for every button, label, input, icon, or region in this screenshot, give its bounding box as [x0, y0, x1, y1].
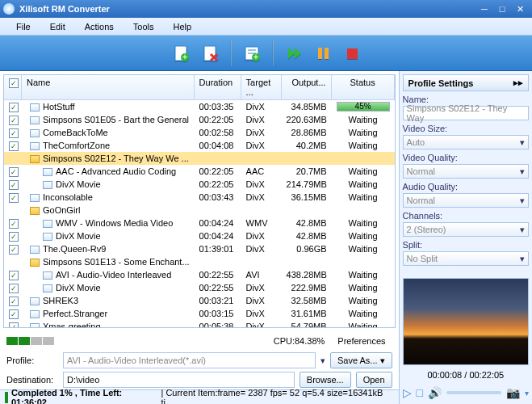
stop-button[interactable] [340, 40, 364, 66]
start-button[interactable] [282, 40, 306, 66]
file-icon [30, 194, 40, 202]
table-row[interactable]: HotStuff00:03:35DivX34.85MB45% [4, 100, 395, 113]
toolbar: + + [0, 36, 532, 71]
row-checkbox[interactable] [9, 180, 19, 190]
row-checkbox[interactable] [9, 193, 19, 203]
close-button[interactable]: ✕ [511, 2, 529, 15]
header-duration[interactable]: Duration [195, 75, 241, 99]
file-icon [30, 310, 40, 318]
table-row[interactable]: Xmas-greeting00:05:38DivX54.79MBWaiting [4, 320, 395, 328]
volume-icon[interactable]: 🔊 [428, 386, 442, 399]
menu-tools[interactable]: Tools [124, 20, 164, 33]
toolbar-separator [272, 40, 274, 66]
menu-actions[interactable]: Actions [75, 20, 124, 33]
cpu-bars [6, 337, 54, 345]
svg-text:+: + [182, 52, 186, 61]
volume-slider[interactable] [446, 391, 501, 394]
svg-rect-10 [325, 48, 329, 59]
row-checkbox[interactable] [9, 141, 19, 151]
status-indicator-icon [5, 392, 8, 403]
destination-input[interactable]: D:\video [63, 372, 295, 388]
table-row[interactable]: AVI - Audio-Video Interleaved00:22:55AVI… [4, 268, 395, 281]
folder-icon [30, 207, 40, 215]
menu-edit[interactable]: Edit [40, 20, 75, 33]
minimize-button[interactable]: ─ [475, 2, 493, 15]
file-icon [30, 129, 40, 137]
menu-help[interactable]: Help [163, 20, 201, 33]
header-name[interactable]: Name [22, 75, 195, 99]
row-checkbox[interactable] [9, 284, 19, 293]
add-profile-button[interactable]: + [240, 40, 264, 66]
video-quality-combo[interactable]: Normal▾ [403, 164, 529, 179]
pause-button[interactable] [311, 40, 335, 66]
row-checkbox[interactable] [9, 232, 19, 242]
table-row[interactable]: Simpsons S01E13 - Some Enchant... [4, 255, 395, 268]
table-row[interactable]: SHREK300:03:21DivX32.58MBWaiting [4, 294, 395, 307]
channels-combo[interactable]: 2 (Stereo)▾ [403, 222, 529, 237]
stop-icon[interactable]: □ [417, 386, 423, 399]
row-checkbox[interactable] [9, 271, 19, 280]
file-list[interactable]: Name Duration Target ... Output... Statu… [3, 74, 396, 328]
table-row[interactable]: TheComfortZone00:04:08DivX40.2MBWaiting [4, 139, 395, 152]
table-row[interactable]: AAC - Advanced Audio Coding00:22:05AAC20… [4, 165, 395, 178]
table-row[interactable]: DivX Movie00:22:55DivX222.9MBWaiting [4, 281, 395, 294]
header-check[interactable] [4, 75, 22, 99]
header-output[interactable]: Output... [282, 75, 332, 99]
file-icon [43, 233, 52, 241]
snapshot-icon[interactable]: 📷 [506, 386, 520, 399]
table-row[interactable]: ComeBackToMe00:02:58DivX28.86MBWaiting [4, 126, 395, 139]
status-detail: | Current Item:frame= 2387 fps= 52 q=5.4… [161, 388, 393, 405]
svg-rect-11 [347, 48, 358, 59]
row-checkbox[interactable] [9, 322, 19, 329]
video-size-combo[interactable]: Auto▾ [403, 135, 529, 149]
titlebar: Xilisoft RM Converter ─ □ ✕ [0, 0, 532, 18]
row-checkbox[interactable] [9, 245, 19, 255]
row-checkbox[interactable] [9, 219, 19, 229]
profile-combo[interactable]: AVI - Audio-Video Interleaved(*.avi) [63, 352, 316, 368]
app-title: Xilisoft RM Converter [19, 4, 475, 14]
toolbar-separator [230, 40, 232, 66]
table-row[interactable]: DivX Movie00:04:24DivX42.8MBWaiting [4, 229, 395, 242]
row-checkbox[interactable] [9, 116, 19, 125]
snapshot-menu-icon[interactable]: ▾ [525, 389, 529, 398]
menu-file[interactable]: File [6, 20, 40, 33]
cpu-label: CPU:84.38% [274, 336, 325, 346]
audio-quality-label: Audio Quality: [403, 182, 529, 191]
file-icon [43, 181, 52, 189]
play-icon[interactable]: ▷ [403, 386, 412, 399]
preview-time: 00:00:08 / 00:22:05 [403, 367, 529, 383]
table-row[interactable]: Simpsons S01E05 - Bart the General00:22:… [4, 113, 395, 126]
file-icon [30, 103, 40, 112]
add-file-button[interactable]: + [169, 40, 193, 66]
table-row[interactable]: DivX Movie00:22:05DivX214.79MBWaiting [4, 178, 395, 191]
row-checkbox[interactable] [9, 128, 19, 138]
table-row[interactable]: GoOnGirl [4, 204, 395, 217]
table-row[interactable]: Inconsolable00:03:43DivX36.15MBWaiting [4, 191, 395, 204]
header-target[interactable]: Target ... [241, 75, 282, 99]
remove-file-button[interactable] [198, 40, 222, 66]
table-row[interactable]: Simpsons S02E12 - They Way We ... [4, 152, 395, 165]
status-bar: Completed 1% , Time Left: 01:36:02 | Cur… [0, 389, 399, 404]
expand-icon[interactable]: ▸▸ [513, 78, 523, 88]
preferences-link[interactable]: Preferences [331, 333, 392, 349]
open-button[interactable]: Open [356, 372, 392, 388]
audio-quality-combo[interactable]: Normal▾ [403, 193, 529, 208]
save-as-button[interactable]: Save As... ▾ [330, 352, 392, 368]
row-checkbox[interactable] [9, 167, 19, 177]
row-checkbox[interactable] [9, 297, 19, 306]
split-combo[interactable]: No Split▾ [403, 251, 529, 266]
row-checkbox[interactable] [9, 103, 19, 112]
file-icon [43, 220, 52, 228]
name-field[interactable]: Simpsons S02E12 - They Way [403, 106, 529, 120]
channels-label: Channels: [403, 211, 529, 221]
table-row[interactable]: The.Queen-Rv901:39:01DivX0.96GBWaiting [4, 242, 395, 255]
row-checkbox[interactable] [9, 309, 19, 319]
table-row[interactable]: WMV - Windows Media Video00:04:24WMV42.8… [4, 217, 395, 229]
preview-controls: ▷ □ 🔊 📷 ▾ [403, 385, 529, 401]
header-status[interactable]: Status [332, 75, 395, 99]
table-row[interactable]: Perfect.Stranger00:03:15DivX31.61MBWaiti… [4, 307, 395, 320]
svg-rect-9 [318, 48, 322, 59]
browse-button[interactable]: Browse... [300, 372, 351, 388]
maximize-button[interactable]: □ [493, 2, 511, 15]
menubar: File Edit Actions Tools Help [0, 18, 532, 36]
